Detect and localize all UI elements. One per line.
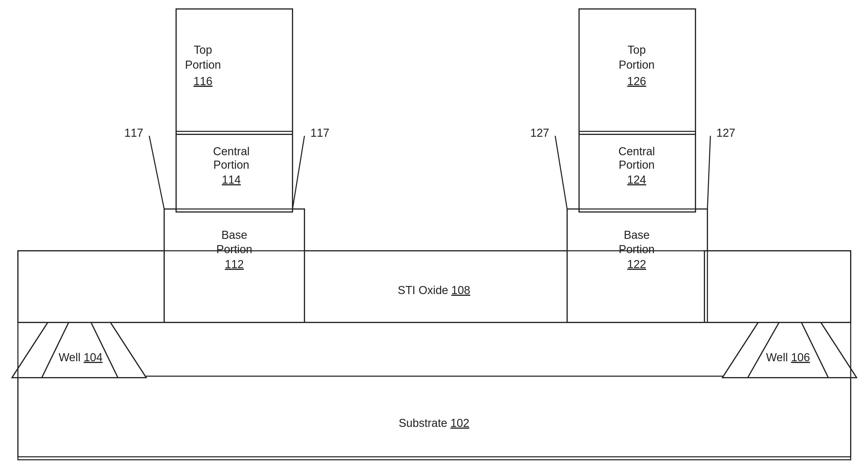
central-right-label2: Portion: [619, 158, 655, 171]
tick-127-left: [555, 136, 567, 209]
tick-127-right: [707, 136, 710, 209]
tick-117-right: [292, 136, 305, 209]
sti-right-section: [705, 251, 851, 322]
central-right-num: 124: [627, 174, 646, 186]
diagram-container: .outline { fill: none; stroke: #222; str…: [0, 0, 868, 475]
tick-117-left: [149, 136, 164, 209]
top-portion-right-label2: Portion: [619, 59, 655, 71]
base-right-label: Base: [624, 229, 650, 241]
substrate-rect: [18, 376, 851, 457]
base-right-label2: Portion: [619, 243, 655, 256]
central-portion-left-rect: [176, 131, 292, 212]
well-left-label: Well 104: [59, 351, 102, 364]
label-127-right: 127: [716, 126, 735, 139]
top-portion-left-label: Top: [194, 43, 212, 56]
central-right-label: Central: [618, 145, 655, 158]
sti-left-section: [18, 251, 164, 322]
label-117-left: 117: [124, 126, 143, 139]
label-117-right: 117: [310, 126, 329, 139]
base-left-label: Base: [221, 229, 247, 241]
base-left-num: 112: [225, 258, 244, 270]
central-left-num: 114: [222, 174, 241, 186]
base-left-label2: Portion: [216, 243, 252, 256]
top-portion-right-rect: [579, 9, 695, 135]
top-portion-left-label2: Portion: [185, 59, 221, 71]
top-portion-left-rect: [176, 9, 292, 135]
central-portion-right-rect: [579, 131, 695, 212]
top-portion-right-num: 126: [627, 75, 646, 87]
substrate-label: Substrate 102: [399, 417, 469, 429]
top-portion-left-num: 116: [193, 75, 212, 87]
base-right-num: 122: [627, 258, 646, 270]
top-portion-right-label: Top: [627, 43, 646, 56]
central-left-label2: Portion: [213, 158, 249, 171]
sti-oxide-label: STI Oxide 108: [398, 284, 470, 296]
central-left-label: Central: [213, 145, 250, 158]
well-right-label: Well 106: [766, 351, 810, 364]
label-127-left: 127: [530, 126, 549, 139]
